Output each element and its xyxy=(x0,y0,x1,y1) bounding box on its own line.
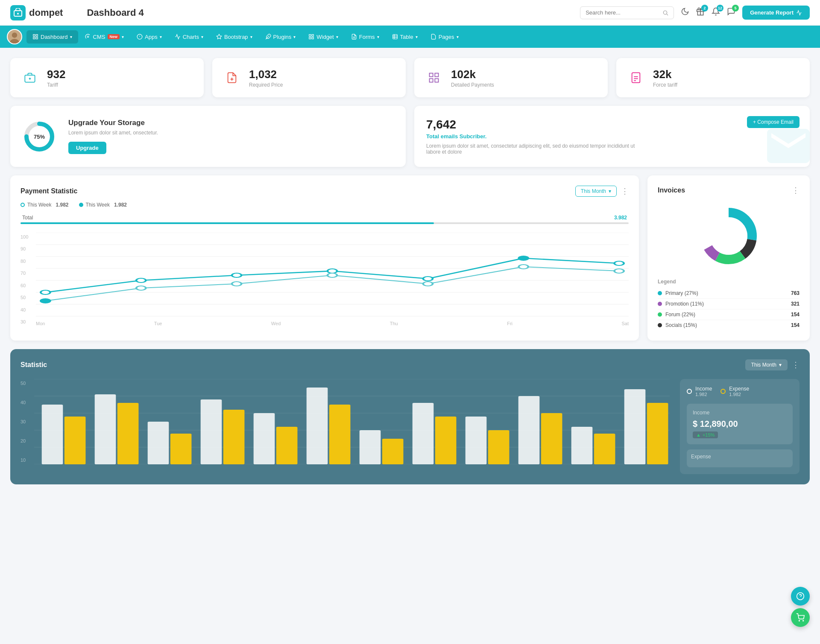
page-title: Dashboard 4 xyxy=(87,7,573,18)
upgrade-button[interactable]: Upgrade xyxy=(68,142,106,154)
chart-row: Payment Statistic This Month ▾ ⋮ This We… xyxy=(10,175,810,341)
svg-rect-9 xyxy=(33,35,35,36)
svg-rect-77 xyxy=(42,405,63,464)
svg-point-62 xyxy=(328,273,337,277)
stat-card-required-price: 1,032 Required Price xyxy=(212,58,406,97)
email-card: 7,642 Total emails Subcriber. Lorem ipsu… xyxy=(414,106,810,167)
svg-rect-36 xyxy=(435,79,438,82)
email-desc: Lorem ipsum dolor sit amet, consectetur … xyxy=(426,143,640,155)
nav-item-forms[interactable]: Forms ▾ xyxy=(345,30,385,44)
svg-rect-100 xyxy=(647,403,668,464)
svg-rect-38 xyxy=(632,73,640,82)
svg-rect-98 xyxy=(594,434,615,464)
svg-point-7 xyxy=(12,32,17,38)
stat-card-force-tariff: 32k Force tariff xyxy=(616,58,810,97)
statistic-header: Statistic This Month ▾ ⋮ xyxy=(20,359,800,370)
gift-icon-btn[interactable]: 2 xyxy=(696,7,705,18)
legend-header: Legend xyxy=(658,279,800,285)
payment-progress-fill xyxy=(20,222,434,224)
nav-item-bootstrap[interactable]: Bootstrap ▾ xyxy=(210,30,258,44)
income-legend: Income 1.982 Expense 1.982 xyxy=(687,386,793,397)
legend-dot-2 xyxy=(79,203,83,207)
header-icons: 2 12 5 Generate Report xyxy=(681,6,810,20)
y-axis-labels: 10090807060504030 xyxy=(20,233,32,326)
invoices-donut-svg xyxy=(694,202,763,270)
nav-item-charts[interactable]: Charts ▾ xyxy=(169,30,209,44)
email-count: 7,642 xyxy=(426,118,798,131)
svg-point-55 xyxy=(328,269,337,273)
svg-point-53 xyxy=(136,278,146,283)
nav-item-table[interactable]: Table ▾ xyxy=(386,30,424,44)
statistic-this-month-button[interactable]: This Month ▾ xyxy=(745,359,788,370)
required-price-label: Required Price xyxy=(249,82,283,88)
payment-statistic-card: Payment Statistic This Month ▾ ⋮ This We… xyxy=(10,175,639,341)
nav-item-cms[interactable]: CMS New ▾ xyxy=(79,30,130,44)
legend-promotion: Promotion (11%) 321 xyxy=(658,299,800,309)
forum-color-dot xyxy=(658,312,662,317)
nav-item-pages[interactable]: Pages ▾ xyxy=(425,30,465,44)
payment-controls: This Month ▾ ⋮ xyxy=(575,186,629,197)
force-tariff-icon xyxy=(626,67,646,88)
invoices-more-icon[interactable]: ⋮ xyxy=(792,186,800,195)
svg-point-60 xyxy=(136,286,146,290)
brand-name: dompet xyxy=(29,7,63,18)
svg-rect-37 xyxy=(430,79,433,82)
svg-line-3 xyxy=(667,14,668,15)
legend-forum: Forum (22%) 154 xyxy=(658,309,800,320)
search-input[interactable] xyxy=(586,9,659,16)
svg-point-56 xyxy=(423,277,433,281)
income-change-badge: ▲ +15% xyxy=(693,431,718,438)
svg-point-1 xyxy=(17,13,19,15)
required-price-icon xyxy=(222,67,242,88)
svg-rect-91 xyxy=(413,403,434,464)
nav-item-dashboard[interactable]: Dashboard ▾ xyxy=(26,30,78,44)
svg-rect-96 xyxy=(541,413,562,464)
promotion-color-dot xyxy=(658,302,662,306)
svg-rect-22 xyxy=(309,37,311,39)
bar-y-labels: 5040302010 xyxy=(20,379,31,464)
svg-point-57 xyxy=(519,256,528,260)
email-subtitle: Total emails Subcriber. xyxy=(426,133,798,140)
force-tariff-value: 32k xyxy=(653,68,677,81)
more-options-icon[interactable]: ⋮ xyxy=(621,186,629,196)
svg-rect-87 xyxy=(307,388,328,464)
search-icon xyxy=(662,9,668,16)
svg-rect-97 xyxy=(571,427,593,464)
svg-rect-34 xyxy=(430,73,433,77)
generate-report-button[interactable]: Generate Report xyxy=(742,6,810,20)
nav-item-widget[interactable]: Widget ▾ xyxy=(302,30,344,44)
statistic-more-icon[interactable]: ⋮ xyxy=(792,360,800,370)
chat-badge: 5 xyxy=(732,5,739,12)
svg-rect-20 xyxy=(312,35,313,36)
payment-header: Payment Statistic This Month ▾ ⋮ xyxy=(20,186,629,197)
expense-box: Expense xyxy=(687,449,793,467)
nav-item-plugins[interactable]: Plugins ▾ xyxy=(259,30,302,44)
svg-rect-11 xyxy=(36,37,38,39)
email-bg-icon xyxy=(763,120,810,167)
force-tariff-label: Force tariff xyxy=(653,82,677,88)
income-box: Income $ 12,890,00 ▲ +15% xyxy=(687,404,793,444)
svg-point-52 xyxy=(41,290,50,294)
bell-icon-btn[interactable]: 12 xyxy=(712,7,720,18)
income-amount: $ 12,890,00 xyxy=(693,419,787,429)
moon-icon-btn[interactable] xyxy=(681,7,689,18)
bell-badge: 12 xyxy=(717,5,723,12)
svg-rect-79 xyxy=(95,394,116,464)
chat-icon-btn[interactable]: 5 xyxy=(727,7,735,18)
main-content: 932 Tariff 1,032 Required Price 10 xyxy=(0,48,820,495)
storage-percent: 75% xyxy=(34,133,45,140)
tariff-label: Tariff xyxy=(47,82,65,88)
nav-item-apps[interactable]: Apps ▾ xyxy=(131,30,168,44)
search-bar[interactable] xyxy=(580,6,674,19)
line-chart-area: MonTueWedThuFriSat xyxy=(36,233,629,326)
this-month-button[interactable]: This Month ▾ xyxy=(575,186,617,197)
x-axis-labels: MonTueWedThuFriSat xyxy=(36,319,629,326)
bar-chart-inner: 5040302010 xyxy=(20,379,670,466)
svg-rect-84 xyxy=(223,410,245,464)
svg-rect-86 xyxy=(276,427,298,464)
stat-cards: 932 Tariff 1,032 Required Price 10 xyxy=(10,58,810,97)
svg-rect-89 xyxy=(360,430,381,464)
required-price-value: 1,032 xyxy=(249,68,283,81)
invoices-card: Invoices ⋮ Legend xyxy=(647,175,810,341)
svg-point-54 xyxy=(232,273,241,277)
